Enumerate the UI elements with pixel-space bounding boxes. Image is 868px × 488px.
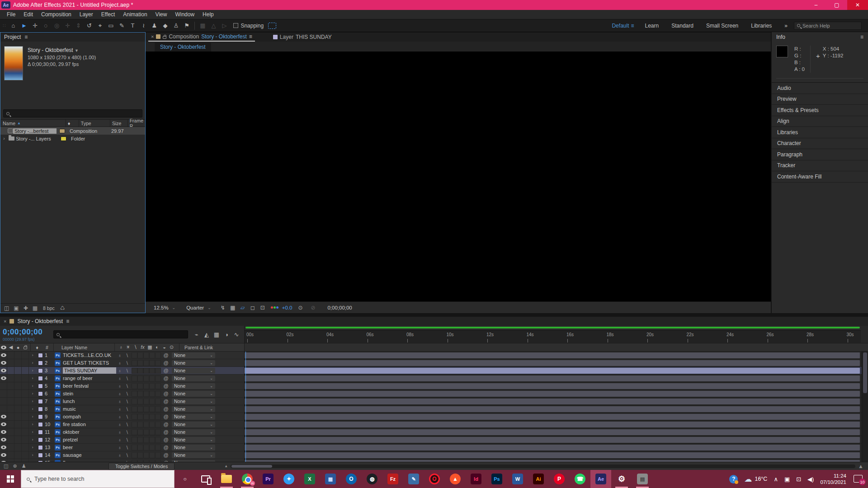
switch-cell[interactable] [132, 360, 137, 366]
chevron-down-icon[interactable]: ▼ [75, 48, 79, 53]
layer-visibility-toggle[interactable] [0, 352, 7, 359]
layer-audio-toggle[interactable] [7, 375, 14, 382]
snapping-checkbox[interactable] [233, 23, 238, 28]
layer-expand-arrow[interactable]: › [29, 384, 36, 388]
switch-cell[interactable] [155, 360, 161, 366]
layer-duration-bar[interactable] [245, 437, 860, 443]
switch-cell[interactable] [143, 383, 149, 389]
switch-cell[interactable] [143, 452, 149, 458]
parent-link-dropdown[interactable]: None⌄ [172, 414, 215, 420]
motion-blur-icon[interactable]: ◑ [222, 331, 231, 338]
display-tray-icon[interactable]: ⊡ [796, 476, 801, 483]
parent-pickwhip-icon[interactable]: @ [161, 445, 171, 450]
layer-expand-arrow[interactable]: › [29, 376, 36, 380]
switch-cell[interactable] [132, 383, 137, 389]
switch-cell[interactable] [137, 445, 143, 450]
composition-mini-flowchart-icon[interactable]: ⌁ [192, 331, 202, 338]
switch-cell[interactable] [143, 368, 149, 374]
layer-shy-switch[interactable]: ♁ [116, 391, 123, 396]
layer-lock-toggle[interactable] [22, 405, 29, 413]
switch-cell[interactable] [155, 452, 161, 458]
switch-cell[interactable] [137, 422, 143, 427]
layer-color-swatch[interactable] [38, 437, 43, 442]
layer-color-swatch[interactable] [38, 391, 43, 396]
layer-quality-switch[interactable]: ∖ [123, 460, 131, 462]
parent-pickwhip-icon[interactable]: @ [161, 406, 171, 412]
time-ruler[interactable]: 00s02s04s06s08s10s12s14s16s18s20s22s24s2… [244, 326, 868, 343]
switch-cell[interactable] [137, 452, 143, 458]
layer-solo-toggle[interactable] [14, 382, 22, 389]
taskbar-word-icon[interactable]: W [507, 470, 528, 488]
layer-track-row[interactable] [245, 367, 868, 375]
layer-quality-switch[interactable]: ∖ [123, 407, 131, 412]
switch-cell[interactable] [155, 375, 161, 381]
switch-cell[interactable] [137, 352, 143, 358]
layer-lock-toggle[interactable] [22, 359, 29, 366]
exposure-value[interactable]: +0.0 [282, 305, 292, 310]
layer-lock-toggle[interactable] [22, 436, 29, 443]
switch-cell[interactable] [155, 399, 161, 404]
zoom-tool-icon[interactable]: ◌ [40, 21, 51, 31]
switch-cell[interactable] [132, 375, 137, 381]
taskbar-brave-icon[interactable]: ▲ [445, 470, 466, 488]
switch-cell[interactable] [137, 375, 143, 381]
project-tab[interactable]: Project [4, 34, 21, 40]
composition-name[interactable]: Story - Oktoberfest ▼ [28, 47, 96, 54]
layer-row[interactable]: ›3PsTHIS SUNDAY♁∖@None⌄ [0, 367, 244, 375]
layer-quality-switch[interactable]: ∖ [123, 445, 131, 450]
resolution-dropdown[interactable]: Quarter⌄ [183, 304, 215, 311]
volume-icon[interactable]: ◀) [807, 476, 814, 483]
taskbar-file-explorer-icon[interactable] [216, 470, 237, 488]
switch-cell[interactable] [137, 399, 143, 404]
layer-solo-toggle[interactable] [14, 359, 22, 366]
layer-quality-switch[interactable]: ∖ [123, 422, 131, 427]
workspace-libraries[interactable]: Libraries [745, 23, 778, 29]
taskbar-search-input[interactable]: Type here to search [21, 470, 175, 488]
layer-shy-switch[interactable]: ♁ [116, 453, 123, 458]
zoom-out-icon[interactable]: ▲ [224, 464, 228, 468]
layer-color-swatch[interactable] [38, 368, 43, 373]
home-tool-icon[interactable]: ⌂ [8, 21, 19, 31]
close-icon[interactable]: × [4, 319, 6, 324]
layer-visibility-toggle[interactable] [0, 451, 7, 459]
parent-pickwhip-icon[interactable]: @ [161, 368, 171, 373]
taskbar-cortana-icon[interactable]: ○ [175, 470, 195, 488]
layer-visibility-toggle[interactable] [0, 390, 7, 397]
layer-visibility-toggle[interactable] [0, 375, 7, 382]
layer-name[interactable]: pretzel [63, 437, 116, 442]
panel-effects-presets[interactable]: Effects & Presets [772, 105, 868, 116]
layer-lock-toggle[interactable] [22, 428, 29, 436]
hidden-icons-chevron[interactable]: ∧ [774, 476, 778, 483]
layer-row[interactable]: ›13Psbeer♁∖@None⌄ [0, 444, 244, 451]
taskbar-indesign-icon[interactable]: Id [466, 470, 486, 488]
start-button[interactable] [0, 470, 21, 488]
layer-shy-switch[interactable]: ♁ [116, 376, 123, 381]
layer-solo-toggle[interactable] [14, 352, 22, 359]
parent-link-dropdown[interactable]: None⌄ [172, 452, 215, 458]
layer-track-row[interactable] [245, 459, 868, 462]
layer-shy-switch[interactable]: ♁ [116, 460, 123, 462]
snip-tray-icon[interactable]: ▣ [784, 476, 790, 483]
brush-tool-icon[interactable]: ≀ [138, 21, 149, 31]
switch-cell[interactable] [155, 391, 161, 397]
menu-layer[interactable]: Layer [75, 10, 97, 19]
layer-shy-switch[interactable]: ♁ [116, 368, 123, 373]
layer-row[interactable]: ›8Psmusic♁∖@None⌄ [0, 405, 244, 413]
project-footer-icon-4[interactable]: ▦ [33, 305, 38, 311]
eraser-tool-icon[interactable]: ◆ [160, 21, 170, 31]
panel-preview[interactable]: Preview [772, 94, 868, 105]
layer-solo-toggle[interactable] [14, 375, 22, 382]
maximize-button[interactable]: ▢ [826, 0, 847, 10]
layer-row[interactable]: ›7Pslunch♁∖@None⌄ [0, 398, 244, 405]
layer-audio-toggle[interactable] [7, 451, 14, 459]
parent-pickwhip-icon[interactable]: @ [161, 352, 171, 358]
layer-row[interactable]: ›2PsGET LAST TICKETS♁∖@None⌄ [0, 359, 244, 367]
layer-visibility-toggle[interactable] [0, 459, 7, 462]
menu-animation[interactable]: Animation [119, 10, 151, 19]
graph-editor-icon[interactable]: ∿ [231, 331, 241, 338]
project-footer-icon-1[interactable]: ◫ [4, 305, 9, 311]
layer-duration-bar[interactable] [245, 352, 860, 358]
column-size[interactable]: Size [110, 120, 127, 127]
layer-duration-bar[interactable] [245, 414, 860, 420]
switch-cell[interactable] [132, 399, 137, 404]
